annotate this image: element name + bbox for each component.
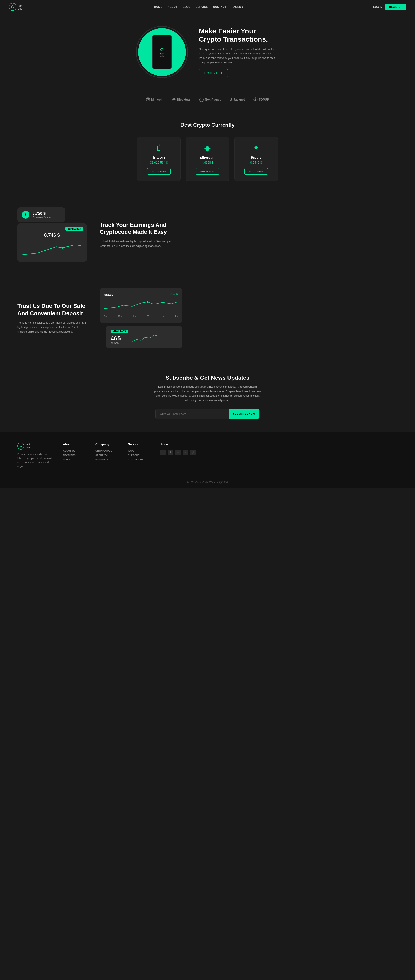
earn-amount: 3,750 $ <box>33 211 52 216</box>
nav-links: HOME ABOUT BLOG SERVICE CONTACT PAGES ▾ <box>154 5 243 8</box>
ripple-name: Ripple <box>240 156 272 159</box>
try-free-button[interactable]: TRY FOR FREE <box>199 69 228 77</box>
footer-link-features[interactable]: FEATURES <box>63 454 85 457</box>
brand-nextplanet: ◯ NextPlanet <box>199 97 220 102</box>
leads-badge: NEW LEADS <box>111 329 128 333</box>
chart-header: SEPTEMBER <box>21 227 83 231</box>
hero-image: C rypto ode <box>138 28 186 76</box>
instagram-icon[interactable]: in <box>175 450 181 455</box>
email-input[interactable] <box>156 409 229 418</box>
ripple-buy-button[interactable]: BUY IT NOW <box>244 168 268 175</box>
footer-link-about-us[interactable]: ABOUT US <box>63 450 85 452</box>
brand-jackpot: ∪ Jackpot <box>229 97 245 102</box>
bitcoin-name: Bitcoin <box>143 156 175 159</box>
facebook-icon[interactable]: f <box>160 450 166 455</box>
subscribe-title: Subscribe & Get News Updates <box>17 374 398 381</box>
brand-minicoin: ⓢ Minicoin <box>146 97 163 102</box>
svg-point-0 <box>62 247 63 249</box>
subscribe-button[interactable]: SUBSCRIBE NOW <box>229 409 259 418</box>
status-label: Status <box>104 293 113 296</box>
earnings-chart-svg <box>21 240 83 258</box>
leads-pct: 20.00% <box>111 342 128 345</box>
register-button[interactable]: REGISTER <box>385 4 406 10</box>
deposit-section: Trust Us Due To Our Safe And Convenient … <box>0 275 415 361</box>
jackpot-icon: ∪ <box>229 97 232 102</box>
nav-home[interactable]: HOME <box>154 5 162 8</box>
dollar-icon: $ <box>22 211 30 219</box>
hero-desc: Our cryptocurrency offers a fast, secure… <box>199 47 277 65</box>
footer-desc: Posuere ac in nisl sed augue. Ultrices e… <box>17 452 52 468</box>
linkedin-icon[interactable]: li <box>182 450 188 455</box>
best-crypto-title: Best Crypto Currently <box>17 122 398 128</box>
subscribe-desc: Duis massa posuere commodo sed tortor ul… <box>153 385 262 402</box>
bitcoin-price: 31,020.564 $ <box>143 161 175 164</box>
earnings-desc: Nulla dui ultrices sed nam ligula dignis… <box>100 239 173 248</box>
footer-col-social-title: Social <box>160 442 196 446</box>
hero-title: Make Easier Your Crypto Transactions. <box>199 27 277 44</box>
footer-link-cryptocode[interactable]: CRYPTOCODE <box>95 450 117 452</box>
footer-link-rankings[interactable]: RANKINGS <box>95 458 117 461</box>
brand-blocktual: ◎ Blocktual <box>172 97 190 102</box>
ethereum-name: Ethereum <box>191 156 224 159</box>
earn-label: Earning of January <box>33 216 52 218</box>
login-button[interactable]: LOG IN <box>373 5 382 8</box>
ethereum-icon: ◆ <box>191 143 224 153</box>
subscribe-form: SUBSCRIBE NOW <box>155 409 260 419</box>
status-widget: Status 22.2 $ Sun Mon Tue Wed Thu Fri NE… <box>100 288 182 348</box>
nav-right: LOG IN REGISTER <box>373 4 406 10</box>
nav-about[interactable]: ABOUT <box>168 5 177 8</box>
status-card: Status 22.2 $ Sun Mon Tue Wed Thu Fri <box>100 288 182 323</box>
nav-contact[interactable]: CONTACT <box>213 5 227 8</box>
status-days: Sun Mon Tue Wed Thu Fri <box>104 314 178 319</box>
nav-service[interactable]: SERVICE <box>196 5 208 8</box>
logo[interactable]: C rypto ode <box>9 3 24 11</box>
logo-text: rypto ode <box>18 3 24 10</box>
footer-bottom: © 2022 CryptoCode. Website 网页模板 <box>17 477 398 484</box>
logo-icon: C <box>9 3 16 11</box>
footer-link-security[interactable]: SECURITY <box>95 454 117 457</box>
nav-pages[interactable]: PAGES ▾ <box>231 5 243 8</box>
hero-section: C rypto ode Make Easier Your Crypto Tran… <box>0 14 415 90</box>
footer: C ryptoode Posuere ac in nisl sed augue.… <box>0 432 415 488</box>
leads-number: 465 <box>111 335 128 342</box>
footer-col-support-title: Support <box>128 442 150 446</box>
subscribe-section: Subscribe & Get News Updates Duis massa … <box>0 361 415 432</box>
svg-point-1 <box>147 301 148 303</box>
bitcoin-buy-button[interactable]: BUY IT NOW <box>147 168 171 175</box>
brand-topup: ⓘ TOPUP <box>253 97 269 102</box>
footer-brand: C ryptoode Posuere ac in nisl sed augue.… <box>17 442 52 468</box>
brands-bar: ⓢ Minicoin ◎ Blocktual ◯ NextPlanet ∪ Ja… <box>0 90 415 109</box>
hero-content: Make Easier Your Crypto Transactions. Ou… <box>199 27 277 77</box>
ethereum-price: 4.4668 $ <box>191 161 224 164</box>
nextplanet-icon: ◯ <box>199 97 204 102</box>
crypto-card-ethereum: ◆ Ethereum 4.4668 $ BUY IT NOW <box>186 137 229 181</box>
footer-col-about: About ABOUT US FEATURES NEWS <box>63 442 85 468</box>
earnings-content: Track Your Earnings And Cryptocode Made … <box>100 221 173 248</box>
ripple-icon: ✦ <box>240 143 272 153</box>
footer-logo-icon: C <box>17 442 24 450</box>
earnings-title: Track Your Earnings And Cryptocode Made … <box>100 221 173 236</box>
youtube-icon[interactable]: yt <box>190 450 196 455</box>
chart-badge: SEPTEMBER <box>65 227 83 231</box>
footer-link-news[interactable]: NEWS <box>63 458 85 461</box>
blocktual-icon: ◎ <box>172 97 176 102</box>
footer-col-about-title: About <box>63 442 85 446</box>
earning-card: $ 3,750 $ Earning of January <box>17 207 65 222</box>
ripple-price: 0.6549 $ <box>240 161 272 164</box>
copyright: © 2022 CryptoCode. Website 网页模板 <box>187 481 228 484</box>
footer-link-support[interactable]: SUPPORT <box>128 454 150 457</box>
deposit-title: Trust Us Due To Our Safe And Convenient … <box>17 302 87 317</box>
nav-blog[interactable]: BLOG <box>182 5 190 8</box>
footer-col-support: Support FAQS SUPPORT CONTACT US <box>128 442 150 468</box>
status-value: 22.2 $ <box>170 292 178 296</box>
ethereum-buy-button[interactable]: BUY IT NOW <box>196 168 219 175</box>
crypto-card-bitcoin: ₿ Bitcoin 31,020.564 $ BUY IT NOW <box>137 137 181 181</box>
status-chart-svg <box>104 298 178 313</box>
footer-logo: C ryptoode <box>17 442 52 450</box>
footer-link-faqs[interactable]: FAQS <box>128 450 150 452</box>
social-icons: f t in li yt <box>160 450 196 455</box>
footer-link-contact-us[interactable]: CONTACT US <box>128 458 150 461</box>
bitcoin-icon: ₿ <box>143 143 175 153</box>
earnings-section: $ 3,750 $ Earning of January SEPTEMBER 8… <box>0 194 415 275</box>
twitter-icon[interactable]: t <box>168 450 173 455</box>
